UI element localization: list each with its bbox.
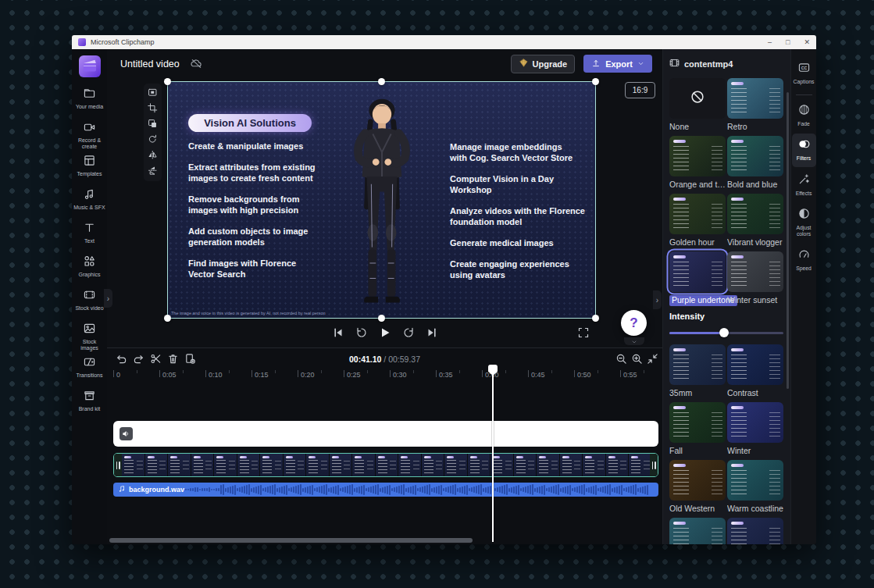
- zoom-in-button[interactable]: [631, 353, 644, 365]
- filter-contrast[interactable]: Contrast: [727, 344, 783, 402]
- flip-vertical-button[interactable]: [146, 165, 159, 178]
- tool-fade[interactable]: Fade: [792, 99, 816, 133]
- fullscreen-button[interactable]: [577, 326, 590, 339]
- seek-forward-icon: [402, 326, 415, 342]
- filters-panel-scrollbar[interactable]: [787, 92, 789, 389]
- intensity-slider[interactable]: [669, 328, 783, 337]
- rotate-button[interactable]: [146, 134, 159, 147]
- trim-handle-right[interactable]: [650, 454, 658, 476]
- play-button[interactable]: [378, 328, 391, 341]
- skip-start-button[interactable]: [331, 328, 344, 341]
- sidebar-item-templates[interactable]: Templates: [72, 151, 107, 184]
- video-preview-clip[interactable]: Vision AI Solutions Create & manipulate …: [168, 82, 595, 318]
- filter-none[interactable]: None: [669, 78, 726, 136]
- filter-winter[interactable]: Winter: [727, 402, 783, 460]
- tool-filters[interactable]: Filters: [792, 134, 816, 167]
- filmstrip-frame: [444, 454, 467, 476]
- filter-orange-and-teal[interactable]: Orange and teal: [669, 136, 726, 194]
- zoom-out-button[interactable]: [615, 353, 628, 365]
- filter-winter-sunset[interactable]: Winter sunset: [727, 251, 783, 309]
- resize-handle-top-right[interactable]: [592, 78, 599, 85]
- video-track[interactable]: [113, 453, 658, 477]
- tool-speed[interactable]: Speed: [792, 244, 816, 277]
- close-button[interactable]: ✕: [804, 35, 810, 49]
- minimize-button[interactable]: –: [768, 35, 772, 49]
- playhead[interactable]: [492, 365, 494, 542]
- ruler-segment: 0:25: [344, 368, 390, 383]
- duplicate-button[interactable]: [184, 353, 197, 365]
- zoom-fit-button[interactable]: [647, 353, 659, 365]
- filter-old-western[interactable]: Old Western: [669, 460, 726, 518]
- redo-button[interactable]: [133, 353, 145, 365]
- timeline-scrollbar[interactable]: [109, 538, 473, 543]
- sidebar-item-stock-video[interactable]: Stock video: [72, 285, 107, 319]
- ruler-segment: 0: [113, 368, 159, 383]
- aspect-ratio-badge[interactable]: 16:9: [625, 82, 655, 98]
- intensity-slider-thumb[interactable]: [719, 328, 729, 337]
- flip-horizontal-button[interactable]: [146, 149, 159, 162]
- resize-handle-bottom-right[interactable]: [592, 315, 599, 322]
- filter-thumbnail: [669, 344, 726, 385]
- filter-warm-coastline[interactable]: Warm coastline: [727, 460, 783, 518]
- sidebar-item-brand-kit[interactable]: Brand kit: [72, 386, 107, 419]
- filter-tile[interactable]: [727, 518, 783, 544]
- audio-track[interactable]: background.wav: [113, 483, 658, 497]
- filter-vibrant-vlogger[interactable]: Vibrant vlogger: [727, 194, 783, 251]
- tool-captions[interactable]: CCCaptions: [792, 57, 816, 91]
- sidebar-item-text[interactable]: Text: [72, 218, 107, 251]
- undo-button[interactable]: [116, 353, 128, 365]
- sidebar-item-your-media[interactable]: Your media: [72, 84, 107, 117]
- fit-button[interactable]: [146, 87, 159, 100]
- split-button[interactable]: [150, 353, 162, 365]
- delete-button[interactable]: [167, 353, 180, 365]
- clipchamp-app-logo[interactable]: [79, 55, 101, 77]
- filter-retro[interactable]: Retro: [727, 78, 783, 136]
- filmstrip-frame: [306, 454, 329, 476]
- filters-icon: [798, 138, 810, 153]
- filter-label: Warm coastline: [727, 504, 783, 515]
- ruler-label: 0:35: [439, 371, 453, 379]
- tool-effects[interactable]: Effects: [792, 169, 816, 202]
- crop-button[interactable]: [146, 102, 159, 116]
- resize-handle-top-left[interactable]: [164, 78, 171, 85]
- sidebar-item-music-sfx[interactable]: Music & SFX: [72, 184, 107, 218]
- ruler-segment: 0:20: [298, 368, 344, 383]
- filter-bold-and-blue[interactable]: Bold and blue: [727, 136, 783, 194]
- skip-end-button[interactable]: [425, 328, 438, 341]
- sidebar-item-record-create[interactable]: Record & create: [72, 117, 107, 151]
- export-button[interactable]: Export: [583, 55, 652, 73]
- seek-forward-button[interactable]: [401, 328, 415, 341]
- resize-handle-top-middle[interactable]: [378, 78, 385, 85]
- voiceover-track[interactable]: [113, 421, 658, 447]
- project-title[interactable]: Untitled video: [120, 59, 180, 69]
- tool-adjust-colors[interactable]: Adjust colors: [792, 203, 816, 242]
- maximize-button[interactable]: □: [786, 35, 790, 49]
- filmstrip-frame: [122, 454, 144, 476]
- seek-back-button[interactable]: [355, 328, 368, 341]
- filter-purple-undertone[interactable]: Purple undertone: [669, 251, 726, 309]
- filter-tile[interactable]: [669, 518, 726, 544]
- sidebar-item-stock-images[interactable]: Stock images: [72, 319, 107, 352]
- sidebar-expand-handle[interactable]: ›: [104, 289, 112, 308]
- upgrade-button[interactable]: Upgrade: [511, 55, 576, 73]
- resize-handle-bottom-middle[interactable]: [378, 315, 385, 322]
- filmstrip-frame: [514, 454, 537, 476]
- ruler-label: 0:45: [531, 371, 545, 379]
- picture-in-picture-button[interactable]: [146, 118, 159, 131]
- filter-fall[interactable]: Fall: [669, 402, 726, 460]
- trim-handle-left[interactable]: [114, 454, 122, 476]
- stock-video-icon: [84, 289, 95, 304]
- play-icon: [379, 326, 391, 342]
- resize-handle-bottom-left[interactable]: [164, 315, 171, 322]
- ruler-label: 0:55: [623, 371, 637, 379]
- sidebar-item-graphics[interactable]: Graphics: [72, 251, 107, 285]
- help-button[interactable]: ?: [621, 310, 647, 336]
- sidebar-item-transitions[interactable]: Transitions: [72, 352, 107, 386]
- filter-35mm[interactable]: 35mm: [669, 344, 726, 402]
- filmstrip-frame: [145, 454, 168, 476]
- timeline-ruler[interactable]: 00:050:100:150:200:250:300:350:400:450:5…: [113, 368, 666, 383]
- filter-golden-hour[interactable]: Golden hour: [669, 194, 726, 251]
- collapse-help-tab[interactable]: [624, 337, 644, 345]
- panel-expand-handle[interactable]: ›: [653, 290, 662, 309]
- ruler-label: 0:10: [209, 371, 223, 379]
